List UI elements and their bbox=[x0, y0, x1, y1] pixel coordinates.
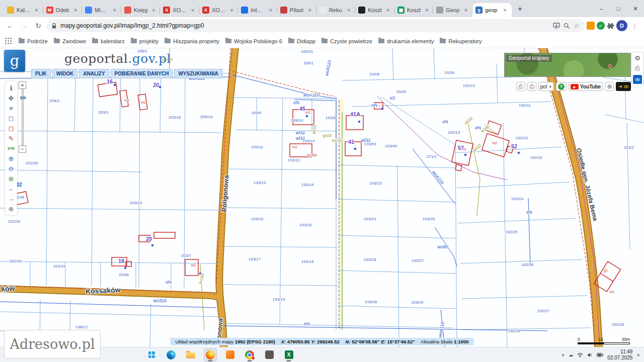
battery-icon[interactable] bbox=[597, 353, 603, 357]
gear-icon[interactable]: ⚙ bbox=[634, 55, 640, 61]
visibility-button[interactable] bbox=[633, 75, 642, 84]
refresh-icon[interactable]: ↻ bbox=[32, 20, 44, 32]
accessibility-button[interactable]: ⊛ bbox=[605, 82, 614, 91]
zoom-out-button[interactable]: − bbox=[19, 145, 26, 153]
extension-check-icon[interactable]: ✓ bbox=[597, 22, 605, 30]
zoom-slider-handle[interactable] bbox=[20, 97, 26, 99]
url-bar[interactable]: mapy.geoportal.gov.pl/imap/Imgp_2.html?g… bbox=[46, 19, 585, 32]
close-window-button[interactable]: ✕ bbox=[627, 0, 644, 17]
browser-tab[interactable]: Księg× bbox=[121, 3, 160, 17]
edge-icon[interactable] bbox=[165, 348, 178, 361]
close-tab-icon[interactable]: × bbox=[267, 7, 274, 14]
extension-orange-icon[interactable] bbox=[587, 22, 595, 30]
browser-tab[interactable]: Miesz× bbox=[82, 3, 121, 17]
browser-tab[interactable]: Reku× bbox=[316, 3, 356, 17]
pan-icon[interactable]: ✥ bbox=[7, 94, 16, 103]
select-icon[interactable]: ◻ bbox=[7, 114, 16, 123]
apps-grid-icon[interactable] bbox=[5, 38, 12, 44]
close-tab-icon[interactable]: × bbox=[306, 7, 313, 14]
maximize-button[interactable]: □ bbox=[610, 0, 627, 17]
youtube-button[interactable]: ▶YouTube bbox=[569, 82, 603, 91]
info-icon[interactable]: ℹ bbox=[7, 83, 16, 93]
zoom-in-icon[interactable]: ⊕ bbox=[7, 154, 16, 163]
app-orange-icon[interactable] bbox=[223, 348, 236, 361]
browser-tab[interactable]: Geop× bbox=[433, 3, 472, 17]
browser-tab[interactable]: MOdeb× bbox=[43, 3, 83, 17]
url-text[interactable]: mapy.geoportal.gov.pl/imap/Imgp_2.html?g… bbox=[60, 22, 549, 29]
close-tab-icon[interactable]: × bbox=[33, 7, 40, 14]
zoom-slider[interactable] bbox=[22, 89, 24, 145]
print-icon[interactable]: ⎙ bbox=[635, 65, 640, 71]
bookmark-item[interactable]: Hiszpania property bbox=[162, 37, 222, 46]
menu-item-plik[interactable]: PLIK bbox=[31, 69, 51, 78]
cloud-icon[interactable]: ☁ bbox=[569, 352, 573, 357]
menu-item-pobieranie-danych[interactable]: POBIERANIE DANYCH bbox=[111, 69, 173, 78]
app-dark-icon[interactable] bbox=[263, 348, 276, 361]
bookmark-item[interactable]: kalendarz bbox=[89, 37, 128, 46]
browser-tab[interactable]: XXOS5× bbox=[160, 3, 199, 17]
xtr-icon[interactable]: XTR bbox=[7, 144, 16, 153]
clear-icon[interactable]: ⊗ bbox=[7, 204, 16, 213]
extensions-puzzle-icon[interactable] bbox=[607, 22, 614, 30]
close-tab-icon[interactable]: × bbox=[345, 7, 352, 14]
map-canvas[interactable]: 186/1ks160189/31189/1192/8192/6192/9192/… bbox=[0, 48, 644, 347]
back-arrow-icon[interactable]: ← bbox=[7, 184, 16, 193]
menu-item-widok[interactable]: WIDOK bbox=[52, 69, 77, 78]
browser-menu-icon[interactable]: ⋮ bbox=[629, 22, 640, 30]
draw-icon[interactable]: ✎ bbox=[7, 134, 16, 143]
browser-tab[interactable]: ggeop× bbox=[472, 3, 512, 17]
search-lens-icon[interactable] bbox=[564, 23, 570, 29]
hidden-icons-chevron[interactable]: ∧ bbox=[561, 352, 565, 357]
bookmark-item[interactable]: projekty bbox=[128, 37, 162, 46]
close-tab-icon[interactable]: × bbox=[502, 7, 509, 14]
select-area-icon[interactable]: ◻ bbox=[7, 124, 16, 133]
minimize-button[interactable]: – bbox=[593, 0, 610, 17]
bookmark-item[interactable]: drukarnia elementy bbox=[375, 37, 437, 46]
close-tab-icon[interactable]: × bbox=[72, 7, 79, 14]
bookmark-item[interactable]: Didiapp bbox=[285, 37, 318, 46]
help-button[interactable]: ? bbox=[556, 82, 567, 91]
forward-icon[interactable]: → bbox=[18, 20, 30, 32]
excel-icon[interactable]: X bbox=[282, 348, 295, 361]
bookmark-item[interactable]: Podróże bbox=[16, 37, 51, 46]
menu-item-wyszukiwania[interactable]: WYSZUKIWANIA bbox=[174, 69, 222, 78]
close-tab-icon[interactable]: × bbox=[228, 7, 235, 14]
explorer-icon[interactable] bbox=[184, 348, 197, 361]
profile-avatar[interactable]: D bbox=[616, 20, 627, 31]
bookmark-star-icon[interactable]: ☆ bbox=[574, 22, 580, 30]
zoom-in-button[interactable]: + bbox=[19, 81, 26, 89]
bookmark-item[interactable]: Rekuperatory bbox=[437, 37, 485, 46]
back-icon[interactable]: ← bbox=[4, 20, 16, 32]
browser-tab[interactable]: Intelig× bbox=[238, 3, 277, 17]
close-tab-icon[interactable]: × bbox=[189, 7, 196, 14]
geoportal-logo-icon[interactable]: g bbox=[4, 50, 25, 72]
bookmark-item[interactable]: Czyste powietrze bbox=[318, 37, 375, 46]
close-tab-icon[interactable]: × bbox=[111, 7, 118, 14]
globe-icon[interactable]: ⊛ bbox=[7, 174, 16, 183]
bookmark-item[interactable]: Zwodowe bbox=[51, 37, 89, 46]
start-icon[interactable] bbox=[145, 348, 158, 361]
firefox-icon[interactable] bbox=[204, 348, 217, 361]
browser-tab[interactable]: Pilast× bbox=[277, 3, 316, 17]
contrast-toggle[interactable]: ➜ bbox=[616, 82, 631, 91]
close-tab-icon[interactable]: × bbox=[150, 7, 157, 14]
menu-item-analizy[interactable]: ANALIZY bbox=[79, 69, 109, 78]
browser-tab[interactable]: ▦Koszt× bbox=[394, 3, 434, 17]
chrome-icon[interactable] bbox=[243, 348, 256, 361]
close-tab-icon[interactable]: × bbox=[384, 7, 391, 14]
forward-arrow-icon[interactable]: → bbox=[7, 194, 16, 203]
layers-icon[interactable]: ≡ bbox=[7, 104, 16, 113]
network-icon[interactable] bbox=[577, 352, 583, 357]
taskbar-clock[interactable]: 11:49 02.07.2025 bbox=[607, 349, 632, 361]
browser-tab[interactable]: XXOS5× bbox=[199, 3, 238, 17]
install-icon[interactable] bbox=[553, 23, 560, 29]
close-tab-icon[interactable]: × bbox=[462, 7, 469, 14]
print-button[interactable]: ⎙ bbox=[516, 82, 525, 91]
notification-chevron[interactable]: ∨ bbox=[636, 352, 640, 357]
bookmark-item[interactable]: Wojska Polskiego 6 bbox=[222, 37, 285, 46]
browser-tab[interactable]: Kalen× bbox=[4, 3, 43, 17]
close-tab-icon[interactable]: × bbox=[423, 7, 430, 14]
overview-minimap[interactable]: Geoportal krajowy bbox=[504, 53, 631, 77]
print-settings-button[interactable]: ⎙ bbox=[527, 82, 536, 91]
new-tab-button[interactable]: + bbox=[513, 3, 526, 16]
